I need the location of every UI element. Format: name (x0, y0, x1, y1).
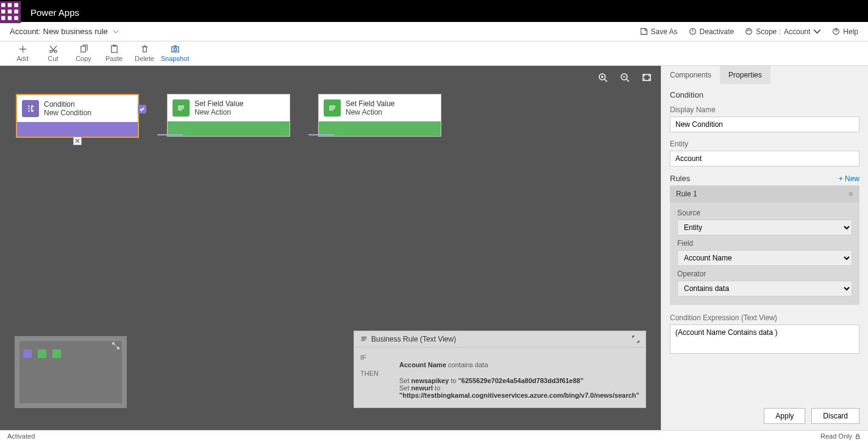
app-name: Power Apps (21, 7, 79, 18)
help-button[interactable]: Help (832, 27, 858, 36)
node-title: Set Field Value (194, 99, 244, 108)
node-subtitle: New Action (194, 108, 244, 117)
svg-point-18 (174, 48, 177, 51)
svg-rect-15 (111, 46, 116, 52)
action-node[interactable]: Set Field Value New Action (167, 94, 290, 137)
svg-rect-5 (14, 10, 18, 13)
operator-select[interactable]: Contains data (677, 281, 852, 296)
svg-rect-1 (8, 3, 12, 7)
entity-label: Entity (670, 140, 859, 148)
svg-rect-0 (1, 3, 5, 7)
tab-properties[interactable]: Properties (720, 66, 770, 84)
delete-button[interactable]: Delete (129, 41, 160, 65)
minimap-node (52, 350, 61, 358)
save-as-button[interactable]: Save As (640, 27, 678, 36)
rules-label: Rules (670, 174, 690, 183)
svg-rect-4 (8, 10, 12, 13)
discard-button[interactable]: Discard (811, 408, 859, 424)
title-bar: Power Apps (0, 0, 868, 22)
add-button[interactable]: Add (7, 41, 38, 65)
entity-label: Account: (10, 27, 41, 36)
zoom-in-button[interactable] (597, 72, 608, 83)
svg-rect-14 (80, 46, 85, 52)
condition-icon (22, 100, 39, 117)
entity-input[interactable] (670, 151, 859, 167)
scope-dropdown[interactable]: Scope : Account (745, 27, 821, 36)
node-title: Set Field Value (346, 99, 395, 108)
source-select[interactable]: Entity (677, 220, 852, 235)
svg-rect-3 (1, 10, 5, 13)
rule-box: Rule 1 × Source Entity Field Account Nam… (670, 185, 859, 305)
set-value-icon (173, 99, 190, 117)
node-title: Condition (44, 100, 91, 109)
snapshot-button[interactable]: Snapshot (160, 41, 190, 65)
condition-node[interactable]: Condition New Condition (16, 94, 139, 138)
properties-panel: Components Properties Condition Display … (661, 66, 868, 430)
rule-title: Rule 1 (676, 190, 697, 198)
business-rule-text-view: Business Rule (Text View) IF Account Nam… (354, 331, 646, 408)
display-name-label: Display Name (670, 106, 859, 114)
status-bar: Activated Read Only (0, 430, 868, 441)
false-connector[interactable] (73, 137, 82, 145)
lock-icon (855, 433, 861, 439)
field-select[interactable]: Account Name (677, 250, 852, 266)
apply-button[interactable]: Apply (764, 408, 805, 424)
action-node[interactable]: Set Field Value New Action (318, 94, 441, 137)
expand-icon[interactable] (632, 335, 639, 343)
waffle-menu[interactable] (0, 1, 21, 23)
expand-icon[interactable] (112, 342, 121, 351)
rule-header: Account: New business rule Save As Deact… (0, 22, 868, 41)
status-left: Activated (7, 432, 35, 440)
svg-rect-7 (8, 16, 12, 20)
true-connector[interactable] (138, 105, 146, 113)
svg-rect-22 (856, 436, 859, 439)
node-subtitle: New Action (346, 108, 395, 117)
rule-title-dropdown[interactable]: Account: New business rule (10, 27, 119, 36)
connector (308, 134, 334, 135)
svg-point-10 (746, 29, 752, 35)
text-view-title: Business Rule (Text View) (371, 335, 456, 343)
svg-rect-8 (14, 16, 18, 20)
expression-label: Condition Expression (Text View) (670, 314, 859, 322)
status-right: Read Only (820, 432, 861, 440)
node-subtitle: New Condition (44, 109, 91, 117)
display-name-input[interactable] (670, 117, 859, 132)
text-view-icon (360, 335, 368, 343)
delete-rule-button[interactable]: × (848, 189, 853, 199)
section-title: Condition (670, 90, 859, 99)
paste-button[interactable]: Paste (99, 41, 129, 65)
minimap-node (23, 350, 32, 358)
action-toolbar: Add Cut Copy Paste Delete Snapshot (0, 41, 868, 66)
deactivate-button[interactable]: Deactivate (689, 27, 735, 36)
minimap[interactable] (15, 336, 127, 408)
set-value-icon (324, 99, 341, 117)
fit-screen-button[interactable] (641, 72, 652, 83)
cut-button[interactable]: Cut (38, 41, 68, 65)
svg-rect-6 (1, 16, 5, 20)
copy-button[interactable]: Copy (68, 41, 99, 65)
svg-rect-2 (14, 3, 18, 7)
connector (157, 134, 183, 135)
chevron-down-icon (113, 29, 119, 35)
svg-point-13 (54, 50, 57, 52)
tab-components[interactable]: Components (661, 66, 720, 84)
design-canvas[interactable]: Condition New Condition Set Field Value … (0, 66, 661, 430)
chevron-down-icon (813, 27, 821, 35)
zoom-out-button[interactable] (619, 72, 630, 83)
new-rule-button[interactable]: + New (839, 174, 859, 183)
svg-point-12 (49, 50, 52, 52)
minimap-node (38, 350, 46, 358)
expression-textarea[interactable]: (Account Name Contains data ) (670, 324, 859, 354)
rule-name: New business rule (43, 27, 108, 36)
